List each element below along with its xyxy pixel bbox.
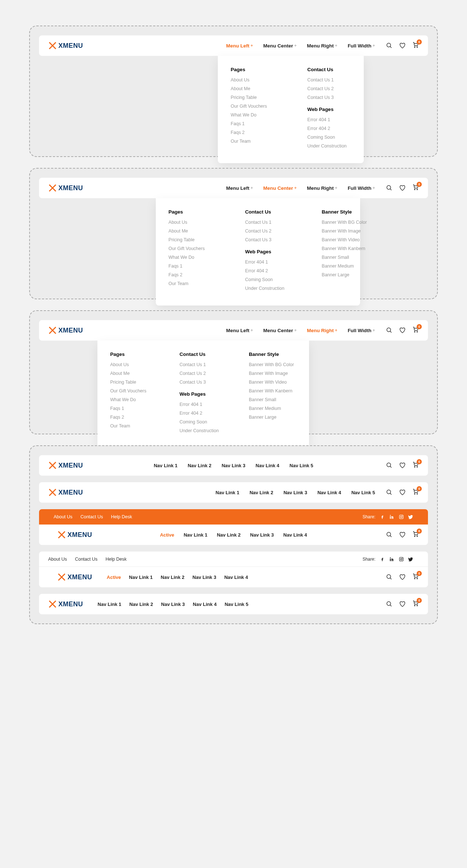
search-icon[interactable] <box>386 489 393 496</box>
dropdown-item[interactable]: Error 404 1 <box>245 260 293 265</box>
topbar-link[interactable]: About Us <box>48 557 67 562</box>
nav-link[interactable]: Nav Link 5 <box>225 602 248 607</box>
logo[interactable]: XMENU <box>48 488 83 497</box>
dropdown-item[interactable]: Faqs 2 <box>169 272 216 277</box>
logo[interactable]: XMENU <box>48 600 83 608</box>
nav-link[interactable]: Nav Link 1 <box>154 463 177 468</box>
nav-active[interactable]: Active <box>107 575 121 580</box>
instagram-icon[interactable] <box>399 557 404 562</box>
nav-link[interactable]: Nav Link 3 <box>193 575 216 580</box>
dropdown-item[interactable]: Coming Soon <box>180 419 227 425</box>
dropdown-item[interactable]: Banner With Image <box>249 371 296 376</box>
nav-link[interactable]: Nav Link 1 <box>216 490 239 495</box>
search-icon[interactable] <box>386 185 393 191</box>
nav-link[interactable]: Nav Link 4 <box>283 532 307 538</box>
dropdown-item[interactable]: Pricing Table <box>110 380 158 385</box>
dropdown-item[interactable]: What We Do <box>110 397 158 402</box>
linkedin-icon[interactable] <box>389 514 394 519</box>
search-icon[interactable] <box>386 462 393 469</box>
search-icon[interactable] <box>386 42 393 49</box>
dropdown-item[interactable]: Contact Us 3 <box>180 380 227 385</box>
dropdown-item[interactable]: Our Team <box>169 281 216 286</box>
topbar-link[interactable]: About Us <box>54 514 72 519</box>
nav-link[interactable]: Nav Link 4 <box>317 490 341 495</box>
dropdown-item[interactable]: Contact Us 2 <box>307 86 355 91</box>
dropdown-item[interactable]: Under Construction <box>180 428 227 433</box>
dropdown-item[interactable]: Contact Us 2 <box>180 371 227 376</box>
nav-menu-left[interactable]: Menu Left+ <box>226 185 253 191</box>
nav-link[interactable]: Nav Link 2 <box>250 490 273 495</box>
nav-menu-right[interactable]: Menu Right+ <box>307 328 337 333</box>
dropdown-item[interactable]: Our Gift Vouchers <box>231 104 278 109</box>
nav-menu-left[interactable]: Menu Left+ <box>226 43 253 49</box>
logo[interactable]: XMENU <box>48 184 83 192</box>
search-icon[interactable] <box>386 327 393 334</box>
dropdown-item[interactable]: Banner Small <box>322 255 369 260</box>
heart-icon[interactable] <box>399 42 406 49</box>
nav-link[interactable]: Nav Link 5 <box>351 490 375 495</box>
linkedin-icon[interactable] <box>389 557 394 562</box>
dropdown-item[interactable]: Under Construction <box>245 286 293 291</box>
nav-menu-center[interactable]: Menu Center+ <box>263 43 297 49</box>
dropdown-item[interactable]: Faqs 2 <box>231 130 278 135</box>
dropdown-item[interactable]: Banner With Image <box>322 228 369 234</box>
dropdown-item[interactable]: Error 404 2 <box>307 126 355 131</box>
cart-button[interactable]: 0 <box>412 461 419 469</box>
logo[interactable]: XMENU <box>48 326 83 335</box>
dropdown-item[interactable]: Our Team <box>231 139 278 144</box>
dropdown-item[interactable]: Contact Us 1 <box>245 220 293 225</box>
instagram-icon[interactable] <box>399 514 404 519</box>
nav-link[interactable]: Nav Link 2 <box>130 602 153 607</box>
search-icon[interactable] <box>386 531 393 538</box>
dropdown-item[interactable]: Our Gift Vouchers <box>169 246 216 251</box>
dropdown-item[interactable]: About Me <box>169 228 216 234</box>
dropdown-item[interactable]: Banner Medium <box>322 264 369 269</box>
dropdown-item[interactable]: Banner With Kanbern <box>322 246 369 251</box>
heart-icon[interactable] <box>399 574 406 580</box>
twitter-icon[interactable] <box>408 557 413 562</box>
twitter-icon[interactable] <box>408 514 413 519</box>
cart-button[interactable]: 0 <box>412 184 419 192</box>
dropdown-item[interactable]: Coming Soon <box>307 135 355 140</box>
nav-link[interactable]: Nav Link 3 <box>161 602 185 607</box>
dropdown-item[interactable]: Contact Us 2 <box>245 228 293 234</box>
nav-full-width[interactable]: Full Width+ <box>348 43 375 49</box>
nav-link[interactable]: Nav Link 3 <box>250 532 274 538</box>
topbar-link[interactable]: Contact Us <box>75 557 97 562</box>
dropdown-item[interactable]: About Us <box>169 220 216 225</box>
dropdown-item[interactable]: Error 404 2 <box>245 268 293 273</box>
heart-icon[interactable] <box>399 185 406 191</box>
dropdown-item[interactable]: Under Construction <box>307 143 355 149</box>
dropdown-item[interactable]: What We Do <box>231 112 278 118</box>
dropdown-item[interactable]: Error 404 1 <box>180 402 227 407</box>
logo[interactable]: XMENU <box>48 41 83 50</box>
facebook-icon[interactable] <box>380 514 385 519</box>
cart-button[interactable]: 0 <box>412 488 419 496</box>
dropdown-item[interactable]: Faqs 1 <box>110 406 158 411</box>
logo[interactable]: XMENU <box>48 461 83 470</box>
cart-button[interactable]: 0 <box>412 326 419 334</box>
dropdown-item[interactable]: Our Team <box>110 423 158 429</box>
dropdown-item[interactable]: Banner With Video <box>322 237 369 242</box>
search-icon[interactable] <box>386 601 393 607</box>
dropdown-item[interactable]: Banner Medium <box>249 406 296 411</box>
dropdown-item[interactable]: About Us <box>110 362 158 367</box>
cart-button[interactable]: 0 <box>412 42 419 50</box>
dropdown-item[interactable]: Contact Us 3 <box>245 237 293 242</box>
heart-icon[interactable] <box>399 462 406 469</box>
nav-menu-center[interactable]: Menu Center+ <box>263 185 297 191</box>
dropdown-item[interactable]: About Us <box>231 77 278 82</box>
cart-button[interactable]: 0 <box>412 573 419 581</box>
nav-link[interactable]: Nav Link 5 <box>290 463 313 468</box>
dropdown-item[interactable]: Contact Us 1 <box>307 77 355 82</box>
cart-button[interactable]: 0 <box>412 600 419 608</box>
heart-icon[interactable] <box>399 327 406 334</box>
dropdown-item[interactable]: Banner With BG Color <box>322 220 369 225</box>
dropdown-item[interactable]: About Me <box>110 371 158 376</box>
topbar-link[interactable]: Help Desk <box>105 557 127 562</box>
nav-link[interactable]: Nav Link 2 <box>188 463 211 468</box>
dropdown-item[interactable]: Faqs 1 <box>231 121 278 126</box>
nav-link[interactable]: Nav Link 3 <box>283 490 307 495</box>
cart-button[interactable]: 0 <box>412 531 419 539</box>
nav-link[interactable]: Nav Link 1 <box>184 532 207 538</box>
